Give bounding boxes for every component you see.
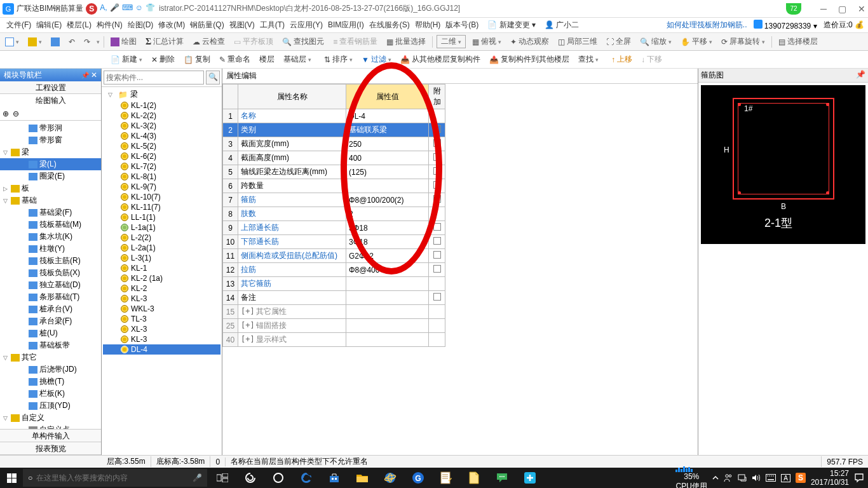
component-item[interactable]: LL-1(1) bbox=[103, 212, 220, 222]
menu-item[interactable]: 帮助(H) bbox=[412, 19, 444, 30]
ime-skin-icon[interactable]: 👕 bbox=[146, 3, 155, 15]
filter-button[interactable]: ▼ 过滤 ▾ bbox=[359, 53, 394, 66]
search-input[interactable] bbox=[104, 71, 204, 85]
save-button[interactable] bbox=[48, 36, 62, 48]
preview-pin-icon[interactable]: 📌 bbox=[856, 70, 865, 81]
property-row[interactable]: 40[+]显示样式 bbox=[223, 333, 445, 347]
property-row[interactable]: 10下部通长筋3Φ18 bbox=[223, 235, 445, 249]
tray-letter-icon[interactable]: A bbox=[781, 474, 790, 482]
edge-icon[interactable] bbox=[294, 468, 319, 488]
tree-item[interactable]: 承台梁(F) bbox=[0, 315, 101, 327]
select-floor-button[interactable]: ▤ 选择楼层 bbox=[776, 35, 820, 48]
tree-item[interactable]: 压顶(YD) bbox=[0, 400, 101, 412]
component-item[interactable]: KL-8(1) bbox=[103, 172, 220, 182]
close-button[interactable]: ✕ bbox=[858, 4, 865, 14]
property-row[interactable]: 7箍筋Φ8@100/200(2) bbox=[223, 193, 445, 207]
component-item[interactable]: DL-4 bbox=[103, 344, 220, 355]
menu-item[interactable]: BIM应用(I) bbox=[325, 19, 367, 30]
floor-select[interactable]: 基础层 ▾ bbox=[281, 53, 314, 66]
app-notepad-icon[interactable] bbox=[433, 468, 459, 488]
menu-item[interactable]: 钢筋量(Q) bbox=[187, 19, 226, 30]
tree-item[interactable]: 筏板主筋(R) bbox=[0, 255, 101, 267]
component-item[interactable]: WKL-3 bbox=[103, 304, 220, 314]
tree-item[interactable]: ▽梁 bbox=[0, 146, 101, 158]
tray-keyboard-icon[interactable] bbox=[766, 474, 776, 482]
zoom-button[interactable]: 🔍 缩放 ▾ bbox=[637, 35, 674, 48]
find-primitive-button[interactable]: 🔍 查找图元 bbox=[280, 35, 327, 48]
property-row[interactable]: 8肢数2 bbox=[223, 207, 445, 221]
ime-mic-icon[interactable]: 🎤 bbox=[110, 3, 119, 15]
tree-item[interactable]: 挑檐(T) bbox=[0, 376, 101, 388]
move-up-button[interactable]: ↑ 上移 bbox=[609, 53, 635, 66]
copy-to-floor-button[interactable]: 📤 复制构件到其他楼层 bbox=[487, 53, 572, 66]
new-component-button[interactable]: 📄 新建 ▾ bbox=[108, 53, 145, 66]
tree-item[interactable]: 带形窗 bbox=[0, 134, 101, 146]
flat-top-button[interactable]: ▭ 平齐板顶 bbox=[231, 35, 276, 48]
tray-volume-icon[interactable] bbox=[752, 473, 761, 482]
component-item[interactable]: L-2a(1) bbox=[103, 243, 220, 253]
menu-item[interactable]: 视图(V) bbox=[227, 19, 257, 30]
property-row[interactable]: 12拉筋Φ8@400 bbox=[223, 263, 445, 277]
tree-item[interactable]: ▽自定义 bbox=[0, 412, 101, 424]
tree-item[interactable]: 柱墩(Y) bbox=[0, 243, 101, 255]
component-item[interactable]: KL-10(7) bbox=[103, 192, 220, 202]
app-doc-icon[interactable] bbox=[461, 468, 487, 488]
component-item[interactable]: L-1a(1) bbox=[103, 222, 220, 233]
app-swirl-icon[interactable] bbox=[238, 468, 263, 488]
tree-item[interactable]: 基础板带 bbox=[0, 339, 101, 351]
property-row[interactable]: 4截面高度(mm)400 bbox=[223, 151, 445, 165]
tree-item[interactable]: ▷板 bbox=[0, 182, 101, 194]
batch-select-button[interactable]: ▦ 批量选择 bbox=[384, 35, 428, 48]
top-view-button[interactable]: ▦ 俯视 ▾ bbox=[470, 35, 504, 48]
property-row[interactable]: 5轴线距梁左边线距离(mm)(125) bbox=[223, 165, 445, 179]
tree-item[interactable]: 桩承台(V) bbox=[0, 303, 101, 315]
expand-icon[interactable]: ⊕ bbox=[3, 109, 9, 118]
rotate-button[interactable]: ⟳ 屏幕旋转 ▾ bbox=[719, 35, 768, 48]
tree-item[interactable]: 筏板基础(M) bbox=[0, 219, 101, 231]
tree-item[interactable]: 基础梁(F) bbox=[0, 207, 101, 219]
copy-button[interactable]: 📋 复制 bbox=[181, 53, 213, 66]
redo-button[interactable]: ↷ bbox=[81, 36, 93, 48]
dim-2d-select[interactable]: 二维 ▾ bbox=[437, 35, 466, 48]
tree-item[interactable]: 梁(L) bbox=[0, 158, 101, 170]
property-row[interactable]: 13其它箍筋 bbox=[223, 277, 445, 291]
taskbar-search-input[interactable] bbox=[36, 473, 189, 482]
menu-item[interactable]: 构件(N) bbox=[94, 19, 125, 30]
task-view-button[interactable] bbox=[210, 468, 235, 488]
clock[interactable]: 15:27 2017/10/31 bbox=[811, 469, 849, 487]
property-row[interactable]: 9上部通长筋3Φ18 bbox=[223, 221, 445, 235]
property-row[interactable]: 6跨数量 bbox=[223, 179, 445, 193]
menu-item[interactable]: 在线服务(S) bbox=[367, 19, 412, 30]
tree-item[interactable]: 筏板负筋(X) bbox=[0, 267, 101, 279]
tree-item[interactable]: ▽其它 bbox=[0, 351, 101, 363]
user-label[interactable]: 👤 广小二 bbox=[542, 18, 581, 32]
tab-project-settings[interactable]: 工程设置 bbox=[0, 81, 101, 94]
menu-item[interactable]: 云应用(Y) bbox=[287, 19, 325, 30]
tab-single-input[interactable]: 单构件输入 bbox=[0, 430, 101, 442]
menu-item[interactable]: 工具(T) bbox=[257, 19, 287, 30]
component-item[interactable]: KL-1(2) bbox=[103, 100, 220, 111]
tree-item[interactable]: 集水坑(K) bbox=[0, 231, 101, 243]
app-plus-icon[interactable] bbox=[517, 468, 543, 488]
menu-item[interactable]: 文件(F) bbox=[4, 19, 34, 30]
property-row[interactable]: 1名称DL-4 bbox=[223, 109, 445, 123]
start-button[interactable] bbox=[0, 468, 23, 488]
property-row[interactable]: 25[+]锚固搭接 bbox=[223, 319, 445, 333]
dynamic-view-button[interactable]: ✦ 动态观察 bbox=[508, 35, 552, 48]
app-g-icon[interactable]: G bbox=[405, 468, 431, 488]
search-mic-icon[interactable]: 🎤 bbox=[193, 473, 202, 482]
notification-badge[interactable]: 72 bbox=[786, 3, 801, 15]
app-circle-icon[interactable] bbox=[266, 468, 291, 488]
open-file-button[interactable]: ▾ bbox=[25, 36, 44, 48]
search-button[interactable]: 🔍 bbox=[206, 71, 220, 85]
view-steel-button[interactable]: ≡ 查看钢筋量 bbox=[330, 35, 380, 48]
undo-button[interactable]: ↶ bbox=[66, 36, 78, 48]
panel-close-icon[interactable]: ✕ bbox=[91, 71, 97, 79]
ime-letter-icon[interactable]: A, bbox=[100, 3, 107, 15]
tree-item[interactable]: 条形基础(T) bbox=[0, 291, 101, 303]
pin-icon[interactable]: 📌 bbox=[81, 72, 89, 79]
tree-item[interactable]: 后浇带(JD) bbox=[0, 363, 101, 376]
find-button[interactable]: 查找 ▾ bbox=[576, 53, 601, 66]
sogou-icon[interactable]: S bbox=[86, 3, 97, 15]
menu-item[interactable]: 编辑(E) bbox=[34, 19, 64, 30]
